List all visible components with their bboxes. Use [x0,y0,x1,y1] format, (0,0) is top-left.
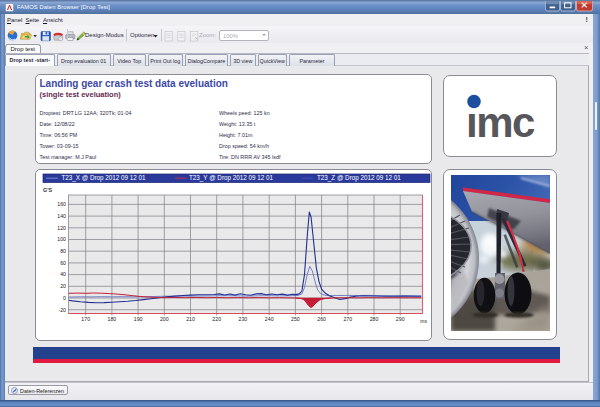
svg-text:120: 120 [57,225,66,231]
svg-text:T23_X @ Drop 2012 09 12 01: T23_X @ Drop 2012 09 12 01 [61,174,146,182]
svg-text:20: 20 [60,283,66,289]
svg-text:-20: -20 [58,307,66,313]
svg-text:180: 180 [107,316,116,322]
svg-text:ımc: ımc [466,99,535,146]
svg-text:210: 210 [186,316,195,322]
svg-text:220: 220 [212,316,221,322]
svg-text:290: 290 [395,316,404,322]
svg-text:ms: ms [420,318,427,324]
svg-text:40: 40 [60,271,66,277]
svg-text:80: 80 [60,248,66,254]
svg-text:G'S: G'S [43,187,52,193]
svg-text:0: 0 [63,295,66,301]
svg-text:T23_Y @ Drop 2012 09 12 01: T23_Y @ Drop 2012 09 12 01 [189,174,273,182]
svg-text:260: 260 [317,316,326,322]
svg-text:270: 270 [343,316,352,322]
svg-text:160: 160 [57,201,66,207]
svg-text:190: 190 [133,316,142,322]
svg-text:200: 200 [159,316,168,322]
svg-text:250: 250 [291,316,300,322]
svg-text:T23_Z @ Drop 2012 09 12 01: T23_Z @ Drop 2012 09 12 01 [317,174,401,182]
svg-text:60: 60 [60,260,66,266]
svg-text:100: 100 [57,236,66,242]
svg-text:240: 240 [264,316,273,322]
svg-text:170: 170 [81,316,90,322]
svg-text:280: 280 [369,316,378,322]
svg-text:230: 230 [238,316,247,322]
svg-text:140: 140 [57,213,66,219]
